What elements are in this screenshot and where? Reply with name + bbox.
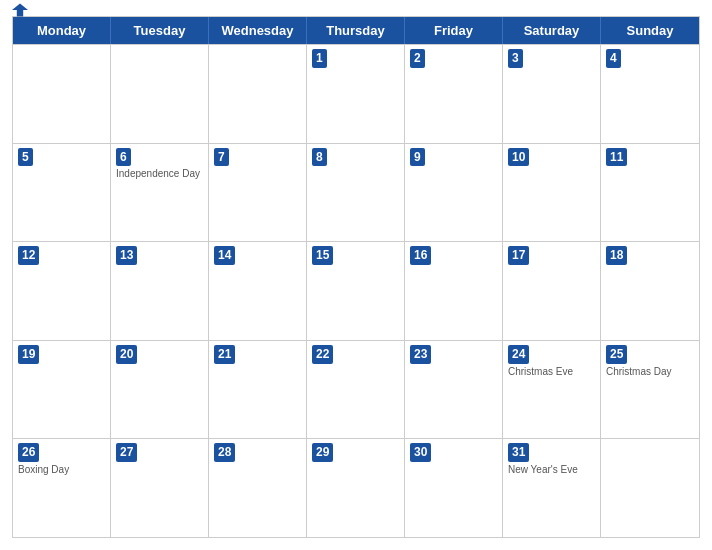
day-header-thursday: Thursday [307, 17, 405, 44]
day-header-monday: Monday [13, 17, 111, 44]
day-number: 23 [410, 345, 431, 364]
logo-blue-text [12, 3, 30, 17]
day-number: 24 [508, 345, 529, 364]
day-number: 4 [606, 49, 621, 68]
svg-marker-0 [12, 4, 28, 17]
day-cell-29: 29 [307, 439, 405, 537]
day-number: 21 [214, 345, 235, 364]
day-cell-15: 15 [307, 242, 405, 340]
holiday-label: Boxing Day [18, 464, 105, 475]
day-cell-24: 24Christmas Eve [503, 341, 601, 439]
calendar-body: 000123456Independence Day789101112131415… [13, 44, 699, 537]
day-cell-19: 19 [13, 341, 111, 439]
day-number: 3 [508, 49, 523, 68]
day-cell-20: 20 [111, 341, 209, 439]
day-cell-8: 8 [307, 144, 405, 242]
day-number: 8 [312, 148, 327, 167]
day-cell-1: 1 [307, 45, 405, 143]
day-cell-empty-0-0: 0 [13, 45, 111, 143]
day-cell-26: 26Boxing Day [13, 439, 111, 537]
day-cell-empty-0-1: 0 [111, 45, 209, 143]
day-cell-21: 21 [209, 341, 307, 439]
week-row-5: 26Boxing Day2728293031New Year's Eve0 [13, 438, 699, 537]
day-number: 16 [410, 246, 431, 265]
day-cell-25: 25Christmas Day [601, 341, 699, 439]
day-header-tuesday: Tuesday [111, 17, 209, 44]
calendar-container: MondayTuesdayWednesdayThursdayFridaySatu… [0, 0, 712, 550]
day-number: 14 [214, 246, 235, 265]
day-number: 22 [312, 345, 333, 364]
day-number: 9 [410, 148, 425, 167]
logo-bird-icon [12, 3, 28, 17]
day-header-sunday: Sunday [601, 17, 699, 44]
day-number: 13 [116, 246, 137, 265]
day-cell-27: 27 [111, 439, 209, 537]
day-header-friday: Friday [405, 17, 503, 44]
day-number: 19 [18, 345, 39, 364]
day-number: 29 [312, 443, 333, 462]
day-cell-14: 14 [209, 242, 307, 340]
holiday-label: New Year's Eve [508, 464, 595, 475]
holiday-label: Christmas Day [606, 366, 694, 377]
day-cell-empty-0-2: 0 [209, 45, 307, 143]
day-cell-5: 5 [13, 144, 111, 242]
day-number: 7 [214, 148, 229, 167]
holiday-label: Christmas Eve [508, 366, 595, 377]
day-number: 1 [312, 49, 327, 68]
day-number: 27 [116, 443, 137, 462]
day-cell-16: 16 [405, 242, 503, 340]
day-cell-3: 3 [503, 45, 601, 143]
day-number: 17 [508, 246, 529, 265]
day-number: 5 [18, 148, 33, 167]
day-number: 15 [312, 246, 333, 265]
day-cell-17: 17 [503, 242, 601, 340]
day-cell-28: 28 [209, 439, 307, 537]
day-number: 28 [214, 443, 235, 462]
week-row-2: 56Independence Day7891011 [13, 143, 699, 242]
day-number: 11 [606, 148, 627, 167]
day-number: 10 [508, 148, 529, 167]
day-number: 25 [606, 345, 627, 364]
logo [12, 3, 30, 17]
day-number: 12 [18, 246, 39, 265]
day-cell-30: 30 [405, 439, 503, 537]
week-row-4: 192021222324Christmas Eve25Christmas Day [13, 340, 699, 439]
day-cell-18: 18 [601, 242, 699, 340]
day-header-wednesday: Wednesday [209, 17, 307, 44]
day-cell-7: 7 [209, 144, 307, 242]
day-number: 6 [116, 148, 131, 167]
day-cell-2: 2 [405, 45, 503, 143]
day-cell-22: 22 [307, 341, 405, 439]
day-header-saturday: Saturday [503, 17, 601, 44]
day-cell-11: 11 [601, 144, 699, 242]
day-cell-10: 10 [503, 144, 601, 242]
day-number: 2 [410, 49, 425, 68]
day-number: 31 [508, 443, 529, 462]
day-cell-12: 12 [13, 242, 111, 340]
day-cell-13: 13 [111, 242, 209, 340]
holiday-label: Independence Day [116, 168, 203, 179]
day-cell-empty-4-6: 0 [601, 439, 699, 537]
week-row-1: 0001234 [13, 44, 699, 143]
calendar-grid: MondayTuesdayWednesdayThursdayFridaySatu… [12, 16, 700, 538]
day-cell-6: 6Independence Day [111, 144, 209, 242]
week-row-3: 12131415161718 [13, 241, 699, 340]
day-number: 18 [606, 246, 627, 265]
day-cell-9: 9 [405, 144, 503, 242]
day-cell-4: 4 [601, 45, 699, 143]
day-cell-23: 23 [405, 341, 503, 439]
day-headers-row: MondayTuesdayWednesdayThursdayFridaySatu… [13, 17, 699, 44]
day-number: 20 [116, 345, 137, 364]
day-number: 26 [18, 443, 39, 462]
day-number: 30 [410, 443, 431, 462]
day-cell-31: 31New Year's Eve [503, 439, 601, 537]
